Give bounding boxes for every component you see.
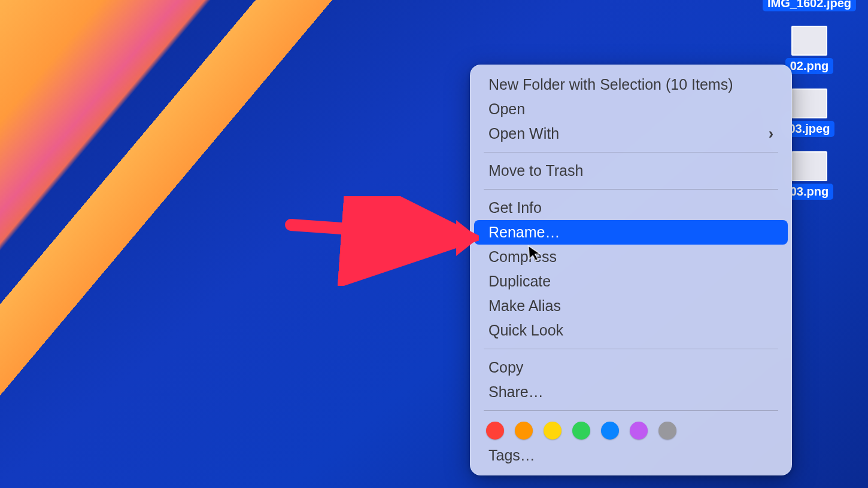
tag-dot-red[interactable] xyxy=(486,422,504,440)
chevron-right-icon: › xyxy=(769,125,773,142)
menu-item-quick-look[interactable]: Quick Look xyxy=(474,318,788,343)
menu-item-open-with[interactable]: Open With › xyxy=(474,121,788,146)
menu-item-label: Rename… xyxy=(488,224,560,241)
menu-item-duplicate[interactable]: Duplicate xyxy=(474,269,788,294)
menu-item-label: Duplicate xyxy=(488,273,551,290)
file-label: 03.png xyxy=(785,184,833,200)
menu-item-label: Tags… xyxy=(488,447,535,464)
menu-item-move-to-trash[interactable]: Move to Trash xyxy=(474,158,788,183)
menu-item-label: Move to Trash xyxy=(488,162,583,179)
context-menu: New Folder with Selection (10 Items) Ope… xyxy=(470,65,792,475)
tag-dot-orange[interactable] xyxy=(515,422,533,440)
menu-separator xyxy=(484,189,778,190)
menu-item-tags[interactable]: Tags… xyxy=(474,443,788,468)
file-thumbnail xyxy=(791,151,827,181)
menu-separator xyxy=(484,349,778,349)
tag-dot-green[interactable] xyxy=(572,422,590,440)
menu-item-label: Share… xyxy=(488,383,544,401)
desktop-file[interactable]: 02.png xyxy=(785,26,833,74)
menu-item-label: Get Info xyxy=(488,199,542,216)
tag-dot-yellow[interactable] xyxy=(544,422,562,440)
file-thumbnail xyxy=(791,26,827,56)
menu-item-new-folder-with-selection[interactable]: New Folder with Selection (10 Items) xyxy=(474,72,788,97)
menu-item-label: Copy xyxy=(488,359,523,376)
menu-separator xyxy=(484,410,778,411)
menu-item-share[interactable]: Share… xyxy=(474,380,788,404)
menu-separator xyxy=(484,152,778,152)
menu-item-label: Open xyxy=(488,100,525,118)
menu-item-label: Make Alias xyxy=(488,297,561,315)
menu-item-make-alias[interactable]: Make Alias xyxy=(474,294,788,318)
menu-item-get-info[interactable]: Get Info xyxy=(474,196,788,220)
menu-item-label: Open With xyxy=(488,125,559,142)
tag-dot-purple[interactable] xyxy=(630,422,648,440)
tag-color-row xyxy=(471,417,791,441)
tag-dot-blue[interactable] xyxy=(601,422,619,440)
desktop-file[interactable]: 03.png xyxy=(785,151,833,200)
menu-item-copy[interactable]: Copy xyxy=(474,355,788,380)
menu-item-label: Compress xyxy=(488,248,557,266)
menu-item-open[interactable]: Open xyxy=(474,97,788,121)
desktop-file[interactable]: IMG_1602.jpeg xyxy=(763,0,856,11)
menu-item-rename[interactable]: Rename… xyxy=(474,220,788,245)
menu-item-compress[interactable]: Compress xyxy=(474,245,788,269)
file-thumbnail xyxy=(791,89,827,118)
file-label: 02.png xyxy=(785,58,833,74)
file-label: IMG_1602.jpeg xyxy=(763,0,856,11)
menu-item-label: New Folder with Selection (10 Items) xyxy=(488,76,733,93)
menu-item-label: Quick Look xyxy=(488,322,563,339)
tag-dot-gray[interactable] xyxy=(658,422,676,440)
